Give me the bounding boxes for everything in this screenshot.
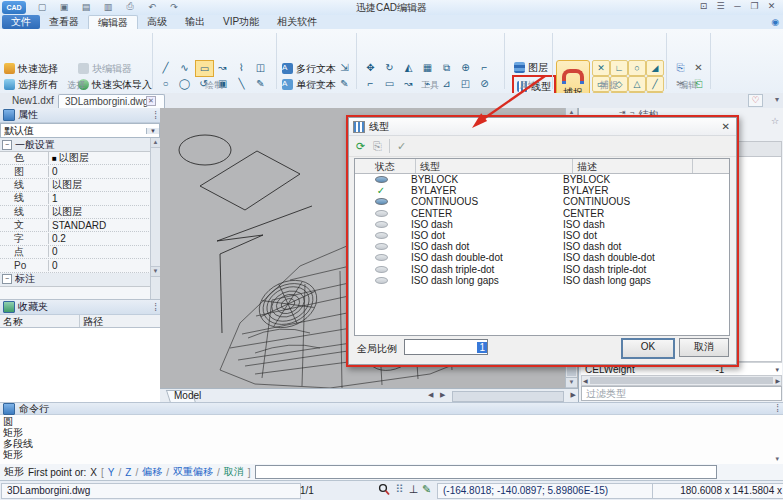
maximize-button[interactable]: ❐ [747, 1, 762, 11]
text-group-label: 文字 [276, 79, 356, 92]
help-badge-icon[interactable]: ◉ [771, 17, 779, 27]
tabs-chevron-icon[interactable]: ▾ [775, 95, 779, 104]
prop-row-color[interactable]: 色■以图层 [0, 152, 151, 165]
col-status[interactable]: 状态 [355, 159, 416, 173]
favorites-col-path[interactable]: 路径 [80, 315, 103, 327]
prop-row-linetype[interactable]: 线以图层 [0, 179, 151, 192]
command-more-icon[interactable]: ⁞ [776, 403, 779, 414]
app-window: CAD ▢ ▣ ▤ ▥ ⎙ ↶ ↷ 迅捷CAD编辑器 ⊡ ☰ ─ ❐ ✕ 文件 … [0, 0, 783, 500]
prop-row-pointsize[interactable]: Po0 [0, 259, 151, 272]
prompt-option-double-offset[interactable]: 双重偏移 [173, 465, 213, 479]
linetype-row[interactable]: ISO dash triple-dotISO dash triple-dot [355, 264, 729, 275]
command-input[interactable] [255, 465, 717, 479]
preset-dropdown[interactable]: 默认值 ▼ [0, 123, 160, 138]
prompt-option-y[interactable]: Y [108, 467, 115, 478]
entity-ellipse[interactable] [179, 135, 231, 165]
properties-scrollbar[interactable]: ▲ ▼ [150, 138, 160, 299]
structure-star-icon[interactable]: ☆ [771, 116, 779, 126]
menu-tab-editor[interactable]: 编辑器 [88, 15, 138, 30]
menu-tab-related[interactable]: 相关软件 [268, 15, 326, 29]
doc-tab-new1[interactable]: New1.dxf [6, 94, 60, 107]
command-panel-title: 命令行 [19, 402, 49, 416]
command-history[interactable]: 圆 矩形 多段线 矩形 ▾ [0, 415, 783, 465]
document-tabs: New1.dxf 3DLamborgini.dwg ✕ ♡ ▾ [0, 93, 783, 109]
group-dimension[interactable]: −标注 [0, 273, 151, 287]
zoom-tool-icon[interactable] [378, 483, 391, 496]
tools-group-label: 工具 [356, 79, 504, 92]
panel-more-icon[interactable]: ⁞ [154, 110, 157, 121]
scroll-up-icon[interactable]: ▲ [151, 138, 160, 148]
hscroll-thumb[interactable] [590, 377, 774, 384]
grid-toggle-icon[interactable]: ⠿ [393, 483, 406, 496]
prompt-option-z[interactable]: Z [125, 467, 131, 478]
dialog-title: 线型 [369, 120, 389, 134]
linetype-row[interactable]: ISO dash double-dotISO dash double-dot [355, 252, 729, 263]
scroll-down-icon[interactable]: ▼ [151, 266, 160, 277]
prop-row-lineweight[interactable]: 线以图层 [0, 206, 151, 219]
structure-hscrollbar[interactable]: ◀ ▶ [581, 375, 782, 386]
load-linetype-icon[interactable]: ⟳ [353, 139, 368, 153]
menu-tab-file[interactable]: 文件 [2, 15, 40, 29]
color-swatch: ■ [52, 154, 57, 163]
linetype-row[interactable]: ISO dotISO dot [355, 230, 729, 241]
col-linetype[interactable]: 线型 [416, 159, 573, 173]
entity-diamond[interactable] [200, 151, 300, 210]
favorite-heart-icon[interactable]: ♡ [748, 94, 763, 107]
linetype-row[interactable]: ISO dash dotISO dash dot [355, 241, 729, 252]
linetype-row[interactable]: BYBLOCKBYBLOCK [355, 174, 729, 185]
linetype-row[interactable]: ISO dash long gapsISO dash long gaps [355, 275, 729, 286]
properties-panel-header[interactable]: 属性 ⁞ [0, 108, 160, 123]
linetype-row[interactable]: CONTINUOUSCONTINUOUS [355, 196, 729, 207]
copy-linetype-icon[interactable]: ⎘ [370, 139, 385, 153]
prop-row-ltscale[interactable]: 线1 [0, 192, 151, 205]
menu-tab-advanced[interactable]: 高级 [138, 15, 176, 29]
prop-row-textstyle[interactable]: 文STANDARD [0, 219, 151, 232]
command-prompt: 矩形 First point or: X [ Y / Z / 偏移 / 双重偏移… [0, 464, 783, 480]
menu-tab-output[interactable]: 输出 [176, 15, 214, 29]
menu-tab-viewer[interactable]: 查看器 [40, 15, 88, 29]
group-general[interactable]: −一般设置 [0, 138, 151, 152]
prop-row-pointstyle[interactable]: 点0 [0, 246, 151, 259]
filter-type-input[interactable]: 过滤类型 [581, 386, 782, 401]
favorites-panel-icon [3, 301, 15, 313]
linetype-row[interactable]: ✓BYLAYERBYLAYER [355, 185, 729, 196]
layout-scroll-left-icon[interactable]: ◀ [428, 391, 433, 399]
set-current-icon[interactable]: ✓ [394, 139, 409, 153]
dialog-title-bar[interactable]: 线型 ✕ [349, 118, 736, 136]
canvas-hscroll-right-icon[interactable]: ▶ [571, 391, 576, 399]
linetype-row[interactable]: CENTERCENTER [355, 208, 729, 219]
favorites-list[interactable] [0, 328, 160, 406]
favorites-panel-header[interactable]: 收藏夹 ⁞ [0, 300, 160, 315]
col-description[interactable]: 描述 [573, 159, 693, 173]
preset-dropdown-arrow-icon[interactable]: ▼ [146, 128, 159, 134]
draw-mode-icon[interactable]: ✎ [420, 483, 433, 496]
feedback-icon[interactable]: ⊡ [696, 1, 711, 11]
prompt-option-offset[interactable]: 偏移 [142, 465, 162, 479]
close-button[interactable]: ✕ [764, 1, 779, 11]
command-panel-header[interactable]: 命令行 ⁞ [0, 402, 783, 415]
hscroll-left-icon[interactable]: ◀ [582, 377, 588, 384]
canvas-scroll-down-icon[interactable]: ▼ [566, 377, 577, 388]
ortho-toggle-icon[interactable]: ⊥ [407, 483, 420, 496]
minimize-button[interactable]: ─ [730, 1, 745, 11]
canvas-hscrollbar[interactable] [452, 391, 564, 402]
prop-row-textheight[interactable]: 字0.2 [0, 232, 151, 245]
cancel-button[interactable]: 取消 [679, 338, 729, 357]
global-scale-input[interactable]: 1 [404, 339, 488, 355]
favorites-col-name[interactable]: 名称 [0, 315, 80, 327]
tab-close-icon[interactable]: ✕ [146, 96, 156, 106]
prompt-option-cancel[interactable]: 取消 [224, 465, 244, 479]
favorites-more-icon[interactable]: ⁞ [154, 302, 157, 313]
canvas-vscroll-thumb[interactable] [567, 366, 576, 376]
menu-icon[interactable]: ☰ [713, 1, 728, 11]
model-tab[interactable]: Model [174, 390, 201, 402]
linetype-row[interactable]: ISO dashISO dash [355, 219, 729, 230]
ok-button[interactable]: OK [621, 338, 675, 359]
layout-scroll-right-icon[interactable]: ▶ [440, 391, 445, 399]
menu-tab-vip[interactable]: VIP功能 [214, 15, 268, 29]
hscroll-right-icon[interactable]: ▶ [775, 377, 781, 384]
dialog-close-icon[interactable]: ✕ [722, 121, 732, 132]
command-scroll-down-icon[interactable]: ▾ [775, 455, 779, 463]
celweight-dropdown-icon[interactable]: ▾ [775, 366, 782, 374]
prop-row-layer[interactable]: 图0 [0, 165, 151, 178]
